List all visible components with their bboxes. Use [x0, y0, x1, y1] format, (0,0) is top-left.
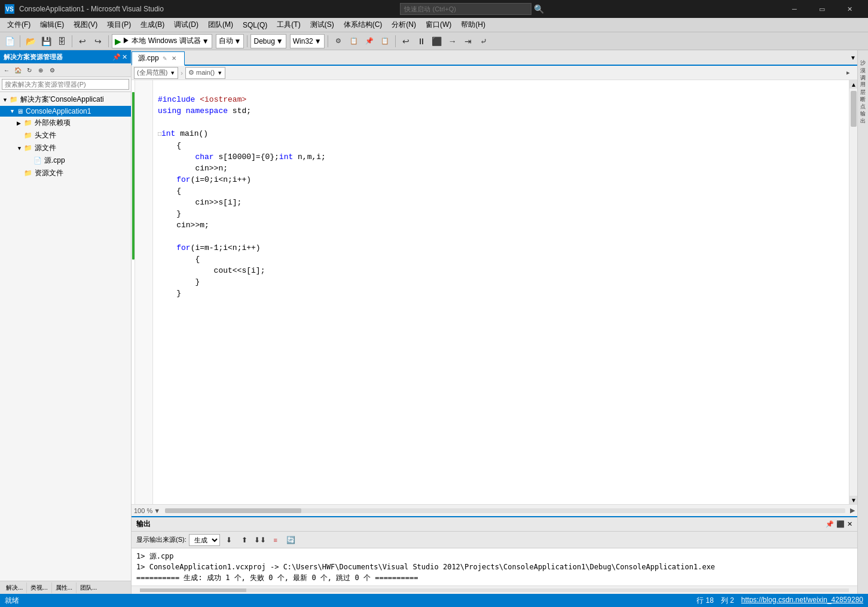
- right-sidebar-btn-3[interactable]: 调: [858, 68, 868, 73]
- method-dropdown-arrow[interactable]: ▼: [217, 70, 222, 76]
- menu-test[interactable]: 测试(S): [305, 18, 339, 32]
- output-btn-2[interactable]: ⬆: [238, 534, 251, 546]
- sidebar-item-resources[interactable]: 📁 资源文件: [0, 167, 131, 179]
- sidebar-tb-refresh[interactable]: ↻: [24, 65, 35, 75]
- platform-dropdown[interactable]: Win32 ▼: [290, 34, 325, 48]
- right-sidebar-btn-4[interactable]: 用: [858, 75, 868, 80]
- tab-source-cpp[interactable]: 源.cpp ✎ ✕: [132, 51, 185, 66]
- output-hscroll-thumb[interactable]: [140, 588, 246, 592]
- redo-btn[interactable]: ↪: [91, 34, 105, 48]
- right-sidebar-btn-5[interactable]: 层: [858, 83, 868, 87]
- sidebar-tb-home[interactable]: 🏠: [13, 65, 23, 75]
- right-sidebar-btn-1[interactable]: 沙: [857, 53, 868, 59]
- output-source-select[interactable]: 生成 调试: [189, 534, 220, 546]
- vscroll-up-btn[interactable]: ▲: [849, 80, 857, 89]
- auto-dropdown[interactable]: 自动 ▼: [216, 34, 244, 48]
- sidebar-item-solution[interactable]: ▼ 📁 解决方案'ConsoleApplicati: [0, 93, 131, 106]
- class-tab[interactable]: 类视...: [27, 582, 51, 593]
- menu-view[interactable]: 视图(V): [69, 18, 102, 32]
- menu-analyze[interactable]: 分析(N): [387, 18, 421, 32]
- menu-tools[interactable]: 工具(T): [272, 18, 305, 32]
- menu-sql[interactable]: SQL(Q): [238, 18, 272, 32]
- sidebar-tb-filter[interactable]: ⊕: [35, 65, 46, 75]
- menu-file[interactable]: 文件(F): [2, 18, 35, 32]
- run-dropdown[interactable]: ▶ ▶ 本地 Windows 调试器 ▼: [112, 34, 212, 48]
- sidebar-item-source-cpp[interactable]: 📄 源.cpp: [0, 154, 131, 167]
- menu-team[interactable]: 团队(M): [203, 18, 238, 32]
- breadcrumb-collapse-btn[interactable]: ▸: [846, 69, 855, 77]
- tb-btn-11[interactable]: ⬛: [430, 34, 444, 48]
- sidebar-tb-settings[interactable]: ⚙: [47, 65, 57, 75]
- tb-btn-14[interactable]: ⤶: [476, 34, 491, 48]
- output-pin-btn[interactable]: 📌: [826, 520, 834, 528]
- undo-btn[interactable]: ↩: [75, 34, 90, 48]
- output-btn-4[interactable]: ≡: [269, 534, 282, 546]
- hscroll-right-btn[interactable]: ▶: [850, 507, 855, 514]
- auto-dropdown-arrow[interactable]: ▼: [234, 37, 242, 45]
- menu-help[interactable]: 帮助(H): [456, 18, 490, 32]
- solution-tab[interactable]: 解决...: [2, 582, 27, 593]
- tb-btn-10[interactable]: ⏸: [414, 34, 429, 48]
- open-btn[interactable]: 📂: [23, 34, 38, 48]
- tab-scroll-right[interactable]: ▼: [849, 50, 857, 65]
- scope-dropdown[interactable]: (全局范围) ▼: [134, 67, 178, 79]
- menu-architecture[interactable]: 体系结构(C): [339, 18, 387, 32]
- output-expand-btn[interactable]: ⬛: [836, 520, 845, 528]
- tb-btn-8[interactable]: 📋: [378, 34, 392, 48]
- sidebar-item-sources[interactable]: ▼ 📁 源文件: [0, 142, 131, 154]
- attach-btn[interactable]: ⚙: [331, 34, 346, 48]
- right-sidebar-btn-7[interactable]: 点: [858, 97, 868, 102]
- method-dropdown[interactable]: ⚙ main() ▼: [185, 67, 225, 79]
- menu-window[interactable]: 窗口(W): [421, 18, 456, 32]
- debug-dropdown[interactable]: Debug ▼: [250, 34, 286, 48]
- output-btn-3[interactable]: ⬇⬇: [253, 534, 267, 546]
- property-tab[interactable]: 属性...: [52, 582, 77, 593]
- run-dropdown-arrow[interactable]: ▼: [202, 37, 209, 45]
- tb-btn-6[interactable]: 📋: [347, 34, 361, 48]
- vscroll-thumb[interactable]: [851, 91, 857, 127]
- menu-debug[interactable]: 调试(D): [169, 18, 203, 32]
- output-close-btn[interactable]: ✕: [847, 520, 852, 528]
- menu-build[interactable]: 生成(B): [136, 18, 169, 32]
- sidebar-close-btn[interactable]: ✕: [122, 53, 127, 61]
- tb-btn-13[interactable]: ⇥: [461, 34, 475, 48]
- team-tab[interactable]: 团队...: [77, 582, 100, 593]
- vscroll-down-btn[interactable]: ▼: [849, 496, 857, 504]
- output-btn-5[interactable]: 🔄: [285, 534, 298, 546]
- sidebar-item-external-deps[interactable]: ▶ 📁 外部依赖项: [0, 117, 131, 129]
- quick-launch-input[interactable]: [400, 3, 531, 15]
- platform-dropdown-arrow[interactable]: ▼: [314, 37, 322, 45]
- tab-close-source-cpp[interactable]: ✕: [170, 54, 178, 63]
- output-hscroll-track[interactable]: [140, 588, 849, 592]
- output-btn-1[interactable]: ⬇: [222, 534, 236, 546]
- scope-dropdown-arrow[interactable]: ▼: [170, 70, 175, 76]
- line-num: [137, 287, 149, 298]
- sidebar-pin-btn[interactable]: 📌: [112, 53, 121, 61]
- debug-dropdown-arrow[interactable]: ▼: [276, 37, 283, 45]
- right-sidebar-btn-8[interactable]: 输: [858, 104, 868, 109]
- tb-btn-7[interactable]: 📌: [362, 34, 377, 48]
- new-project-btn[interactable]: 📄: [2, 34, 17, 48]
- right-sidebar-btn-2[interactable]: 漠: [858, 61, 868, 66]
- menu-edit[interactable]: 编辑(E): [35, 18, 69, 32]
- tb-btn-9[interactable]: ↩: [399, 34, 413, 48]
- hscroll-thumb[interactable]: [165, 508, 301, 513]
- hscroll-track[interactable]: [165, 508, 845, 513]
- sidebar-item-headers[interactable]: 📁 头文件: [0, 129, 131, 142]
- minimize-button[interactable]: ─: [781, 0, 808, 18]
- save-all-btn[interactable]: 🗄: [54, 34, 69, 48]
- sidebar-search-input[interactable]: [2, 79, 129, 90]
- zoom-dropdown-btn[interactable]: ▼: [154, 507, 160, 514]
- code-editor[interactable]: #include <iostream> using namespace std;…: [153, 80, 849, 504]
- vscroll-track[interactable]: [849, 89, 857, 496]
- right-sidebar-btn-9[interactable]: 出: [858, 111, 868, 116]
- menu-project[interactable]: 项目(P): [102, 18, 136, 32]
- restore-button[interactable]: ▭: [808, 0, 836, 18]
- sidebar-item-project[interactable]: ▼ 🖥 ConsoleApplication1: [0, 106, 131, 117]
- right-sidebar-btn-6[interactable]: 断: [858, 90, 868, 94]
- sidebar-tb-back[interactable]: ←: [1, 65, 12, 75]
- output-line-text-3: ========== 生成: 成功 1 个, 失败 0 个, 最新 0 个, 跳…: [136, 574, 418, 582]
- save-btn[interactable]: 💾: [39, 34, 53, 48]
- close-button[interactable]: ✕: [836, 0, 863, 18]
- tb-btn-12[interactable]: →: [445, 34, 460, 48]
